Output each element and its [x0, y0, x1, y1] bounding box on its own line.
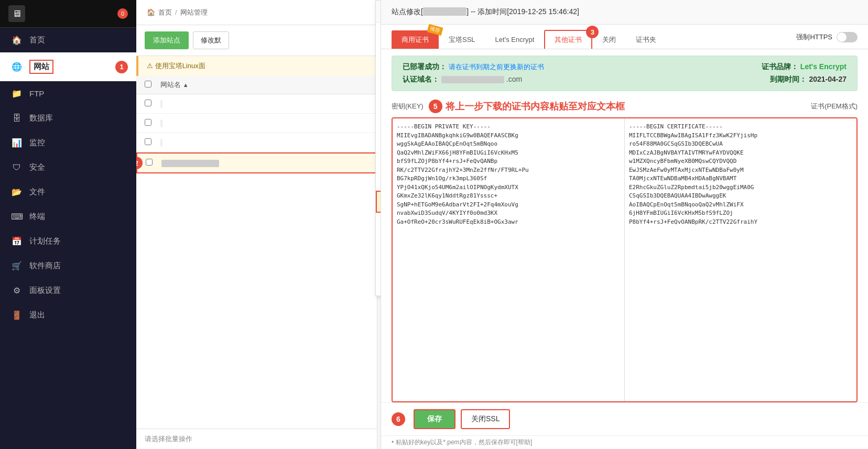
key-label: 密钥(KEY) — [392, 102, 424, 111]
sidebar-item-label: 终端 — [29, 212, 45, 222]
key-textarea[interactable]: -----BEGIN PRIVATE KEY----- MIIEvgIBADAN… — [393, 118, 624, 401]
row-site-name — [160, 119, 368, 127]
ssl-status-bar: 已部署成功： 请在证书到期之前更换新的证书 认证域名： .com 证书品牌： L… — [392, 56, 858, 91]
row-check — [145, 138, 160, 147]
sidebar-item-label: 安全 — [29, 162, 45, 172]
sidebar-item-label: 文件 — [29, 187, 45, 197]
batch-bar: 请选择批量操作 — [136, 429, 377, 449]
ftp-icon: 📁 — [10, 89, 23, 98]
sort-icon: ▲ — [183, 82, 189, 88]
sidebar-item-schedule[interactable]: 📅 计划任务 — [0, 229, 136, 254]
sidebar-item-website[interactable]: 🌐 网站 1 — [0, 52, 136, 81]
cert-textarea[interactable]: -----BEGIN CERTIFICATE----- MIIFLTCCBBWg… — [625, 118, 856, 401]
sidebar-item-label: 软件商店 — [29, 261, 61, 271]
panel-toolbar: 添加站点 修改默 — [136, 25, 377, 56]
add-site-button[interactable]: 添加站点 — [145, 31, 189, 49]
domain-value — [441, 76, 504, 83]
expire-status: 到期时间： 2021-04-27 — [625, 75, 847, 84]
sidebar-item-label: 网站 — [34, 62, 49, 71]
sidebar-item-logout[interactable]: 🚪 退出 — [0, 303, 136, 327]
sidebar-item-label: 面板设置 — [29, 286, 61, 295]
sidebar-header: 🖥 0 — [0, 0, 136, 28]
row-check — [146, 159, 161, 167]
row-checkbox[interactable] — [145, 138, 151, 145]
main-area: 🏠 首页 / 网站管理 添加站点 修改默 ⚠ 使用宝塔Linux面 网站名 — [136, 0, 868, 449]
sidebar-item-files[interactable]: 📂 文件 — [0, 180, 136, 204]
security-icon: 🛡 — [10, 163, 23, 172]
website-icon: 🌐 — [10, 62, 23, 72]
row-checkbox[interactable] — [145, 100, 151, 106]
database-icon: 🗄 — [10, 114, 23, 123]
batch-text: 请选择批量操作 — [145, 435, 192, 443]
close-ssl-button[interactable]: 关闭SSL — [461, 409, 510, 429]
sidebar-nav: 🏠 首页 🌐 网站 1 📁 FTP 🗄 数据库 📊 监控 🛡 安全 📂 — [0, 28, 136, 449]
notification-badge: 0 — [117, 8, 128, 19]
tab-baota[interactable]: 宝塔SSL — [439, 30, 485, 49]
store-icon: 🛒 — [10, 261, 23, 271]
logout-icon: 🚪 — [10, 310, 23, 320]
monitor-icon: 📊 — [10, 138, 23, 148]
sidebar-item-label: 计划任务 — [29, 236, 61, 246]
force-https-label: 强制HTTPS — [796, 32, 832, 42]
files-icon: 📂 — [10, 187, 23, 197]
select-all-checkbox[interactable] — [145, 81, 151, 87]
sidebar-item-database[interactable]: 🗄 数据库 — [0, 106, 136, 130]
table-row-highlighted[interactable]: 2 — [136, 152, 377, 173]
col-name-header: 网站名 ▲ — [160, 80, 368, 90]
tab-letsencrypt[interactable]: Let's Encrypt — [485, 31, 545, 48]
save-button[interactable]: 保存 — [414, 409, 455, 429]
footer-text: • 粘贴好的key以及*.pem内容，然后保存即可[帮助] — [381, 435, 868, 449]
footer-help-text: 粘贴好的key以及*.pem内容，然后保存即可[帮助] — [396, 439, 533, 446]
sidebar-item-label: 首页 — [29, 35, 45, 45]
tab-cert-folder[interactable]: 证书夹 — [626, 30, 666, 49]
row-checkbox[interactable] — [145, 119, 151, 126]
home-icon: 🏠 — [147, 8, 155, 16]
ssl-tabs: 商用证书 宝塔SSL Let's Encrypt 其他证书 3 关闭 证书夹 — [381, 25, 868, 49]
ssl-modal: 站点修改[example.com] -- 添加时间[2019-12-25 15:… — [381, 25, 868, 449]
sidebar-item-label: FTP — [29, 89, 44, 98]
step-5-circle: 5 — [429, 100, 442, 113]
footer-help: • — [392, 439, 396, 446]
row-site-name — [160, 100, 368, 108]
col-check-all — [145, 81, 160, 89]
sidebar-item-home[interactable]: 🏠 首页 — [0, 28, 136, 52]
breadcrumb-section: 网站管理 — [180, 8, 208, 17]
https-toggle-switch[interactable] — [837, 32, 858, 42]
instruction-row: 密钥(KEY) 5 将上一步下载的证书内容粘贴至对应文本框 证书(PEM格式) — [381, 97, 868, 117]
home-icon: 🏠 — [10, 35, 23, 45]
content-area: 添加站点 修改默 ⚠ 使用宝塔Linux面 网站名 ▲ — [136, 25, 868, 449]
modify-button[interactable]: 修改默 — [193, 31, 229, 49]
ssl-status-right: 证书品牌： Let's Encrypt 到期时间： 2021-04-27 — [625, 62, 847, 84]
breadcrumb-separator: / — [175, 8, 177, 16]
sidebar-item-label: 退出 — [29, 310, 45, 320]
tab-commercial[interactable]: 商用证书 — [392, 30, 439, 49]
row-check — [145, 100, 160, 108]
sidebar-item-label: 数据库 — [29, 113, 53, 123]
cert-section: -----BEGIN CERTIFICATE----- MIIFLTCCBBWg… — [625, 118, 856, 401]
cert-label: 证书(PEM格式) — [811, 102, 858, 111]
table-row[interactable] — [136, 114, 377, 133]
force-https-toggle[interactable]: 强制HTTPS — [796, 32, 858, 47]
sidebar-item-monitor[interactable]: 📊 监控 — [0, 130, 136, 155]
warning-icon: ⚠ — [147, 62, 153, 70]
settings-icon: ⚙ — [10, 286, 23, 295]
table-row[interactable] — [136, 133, 377, 152]
sidebar-logo-icon: 🖥 — [8, 5, 25, 22]
website-list-panel: 添加站点 修改默 ⚠ 使用宝塔Linux面 网站名 ▲ — [136, 25, 377, 449]
step-6-circle: 6 — [392, 412, 405, 426]
sidebar-item-ftp[interactable]: 📁 FTP — [0, 81, 136, 106]
alert-bar: ⚠ 使用宝塔Linux面 — [136, 56, 377, 76]
row-site-name — [161, 159, 367, 167]
deployed-status: 已部署成功： 请在证书到期之前更换新的证书 — [403, 62, 625, 72]
breadcrumb: 🏠 首页 / 网站管理 — [147, 8, 208, 17]
tab-other-cert[interactable]: 其他证书 3 — [544, 30, 592, 49]
breadcrumb-home[interactable]: 首页 — [158, 8, 172, 17]
sidebar-item-terminal[interactable]: ⌨ 终端 — [0, 204, 136, 229]
row-checkbox[interactable] — [146, 159, 153, 166]
sidebar: 🖥 0 🏠 首页 🌐 网站 1 📁 FTP 🗄 数据库 📊 监控 🛡 — [0, 0, 136, 449]
sidebar-item-security[interactable]: 🛡 安全 — [0, 155, 136, 180]
sidebar-item-panel-settings[interactable]: ⚙ 面板设置 — [0, 278, 136, 303]
table-row[interactable] — [136, 94, 377, 114]
sidebar-item-store[interactable]: 🛒 软件商店 — [0, 254, 136, 278]
key-section: -----BEGIN PRIVATE KEY----- MIIEvgIBADAN… — [393, 118, 625, 401]
